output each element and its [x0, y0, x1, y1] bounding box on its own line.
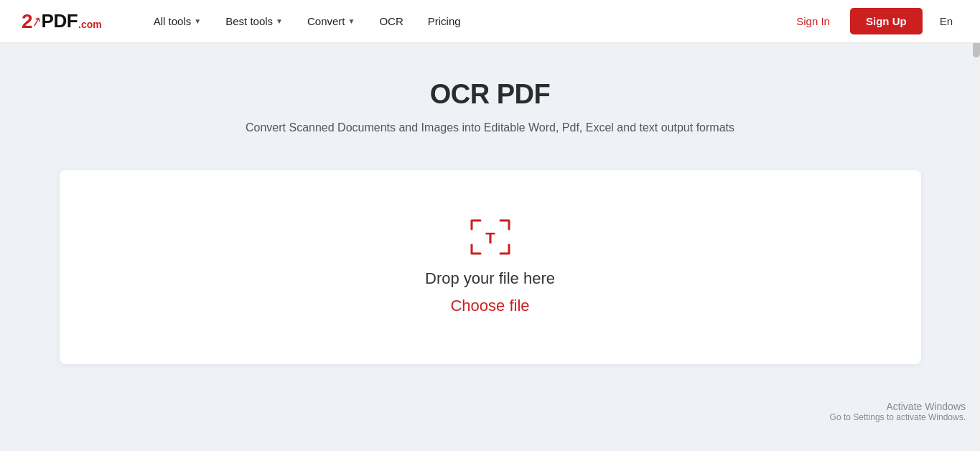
ocr-icon: T — [470, 219, 510, 255]
activate-windows-subtitle: Go to Settings to activate Windows. — [830, 412, 966, 422]
choose-file-link[interactable]: Choose file — [450, 297, 529, 315]
logo-brand: PDF — [42, 10, 78, 32]
nav-best-tools[interactable]: Best tools ▼ — [217, 9, 291, 33]
chevron-down-icon: ▼ — [276, 17, 283, 25]
chevron-down-icon: ▼ — [194, 17, 201, 25]
page-subtitle: Convert Scanned Documents and Images int… — [246, 121, 734, 134]
nav-all-tools[interactable]: All tools ▼ — [145, 9, 210, 33]
sign-up-button[interactable]: Sign Up — [850, 8, 923, 34]
nav-convert[interactable]: Convert ▼ — [299, 9, 363, 33]
nav-convert-label: Convert — [307, 15, 345, 27]
activate-windows-title: Activate Windows — [830, 401, 966, 412]
nav-ocr-label: OCR — [379, 15, 403, 27]
drop-text: Drop your file here — [425, 269, 555, 288]
drop-zone[interactable]: T Drop your file here Choose file — [60, 170, 921, 364]
page-title: OCR PDF — [430, 79, 551, 110]
sign-in-button[interactable]: Sign In — [788, 9, 839, 33]
nav-ocr[interactable]: OCR — [370, 9, 411, 33]
logo[interactable]: 2 ↗ PDF .com — [22, 10, 102, 33]
main-nav: All tools ▼ Best tools ▼ Convert ▼ OCR P… — [145, 9, 788, 33]
nav-pricing-label: Pricing — [428, 15, 461, 27]
nav-pricing[interactable]: Pricing — [419, 9, 470, 33]
chevron-down-icon: ▼ — [348, 17, 355, 25]
activate-windows-watermark: Activate Windows Go to Settings to activ… — [830, 401, 966, 422]
nav-best-tools-label: Best tools — [225, 15, 273, 27]
header-right: Sign In Sign Up En — [788, 8, 958, 34]
main-content: OCR PDF Convert Scanned Documents and Im… — [0, 43, 980, 451]
language-selector[interactable]: En — [934, 11, 958, 32]
nav-all-tools-label: All tools — [154, 15, 192, 27]
svg-text:T: T — [485, 229, 495, 247]
logo-domain: .com — [78, 19, 102, 33]
header: 2 ↗ PDF .com All tools ▼ Best tools ▼ Co… — [0, 0, 980, 43]
scrollbar[interactable] — [973, 0, 980, 451]
